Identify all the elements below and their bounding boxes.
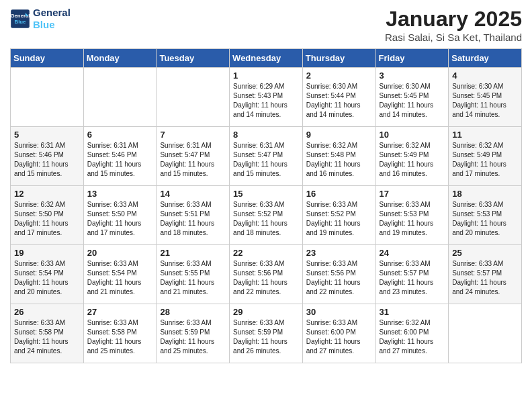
- day-number: 27: [87, 307, 153, 317]
- day-number: 25: [452, 248, 518, 258]
- day-info: Sunrise: 6:33 AM Sunset: 5:59 PM Dayligh…: [233, 318, 299, 356]
- calendar-cell: [11, 68, 84, 127]
- calendar-cell: 28Sunrise: 6:33 AM Sunset: 5:59 PM Dayli…: [157, 304, 230, 363]
- header: General Blue General Blue January 2025 R…: [10, 7, 522, 43]
- calendar-week-row: 12Sunrise: 6:32 AM Sunset: 5:50 PM Dayli…: [11, 186, 522, 245]
- calendar-cell: 4Sunrise: 6:30 AM Sunset: 5:45 PM Daylig…: [449, 68, 522, 127]
- day-info: Sunrise: 6:32 AM Sunset: 5:49 PM Dayligh…: [452, 141, 518, 179]
- svg-text:Blue: Blue: [15, 19, 27, 25]
- day-number: 10: [380, 130, 445, 140]
- calendar-cell: [157, 68, 230, 127]
- calendar-cell: 1Sunrise: 6:29 AM Sunset: 5:43 PM Daylig…: [230, 68, 303, 127]
- calendar-cell: 30Sunrise: 6:33 AM Sunset: 6:00 PM Dayli…: [302, 304, 375, 363]
- day-info: Sunrise: 6:33 AM Sunset: 5:57 PM Dayligh…: [380, 259, 445, 297]
- day-info: Sunrise: 6:32 AM Sunset: 5:49 PM Dayligh…: [380, 141, 445, 179]
- day-number: 14: [160, 189, 226, 199]
- calendar-cell: 7Sunrise: 6:31 AM Sunset: 5:47 PM Daylig…: [157, 127, 230, 186]
- day-info: Sunrise: 6:32 AM Sunset: 5:48 PM Dayligh…: [306, 141, 372, 179]
- calendar-week-row: 26Sunrise: 6:33 AM Sunset: 5:58 PM Dayli…: [11, 304, 522, 363]
- calendar-cell: 26Sunrise: 6:33 AM Sunset: 5:58 PM Dayli…: [11, 304, 84, 363]
- day-info: Sunrise: 6:33 AM Sunset: 5:58 PM Dayligh…: [14, 318, 80, 356]
- calendar-cell: 15Sunrise: 6:33 AM Sunset: 5:52 PM Dayli…: [230, 186, 303, 245]
- logo: General Blue General Blue: [10, 7, 71, 31]
- day-info: Sunrise: 6:33 AM Sunset: 6:00 PM Dayligh…: [306, 318, 372, 356]
- weekday-header: Monday: [83, 49, 157, 68]
- day-info: Sunrise: 6:31 AM Sunset: 5:47 PM Dayligh…: [160, 141, 226, 179]
- calendar-cell: 16Sunrise: 6:33 AM Sunset: 5:52 PM Dayli…: [302, 186, 375, 245]
- calendar-cell: 23Sunrise: 6:33 AM Sunset: 5:56 PM Dayli…: [302, 245, 375, 304]
- calendar-cell: 22Sunrise: 6:33 AM Sunset: 5:56 PM Dayli…: [230, 245, 303, 304]
- day-info: Sunrise: 6:33 AM Sunset: 5:59 PM Dayligh…: [160, 318, 226, 356]
- day-info: Sunrise: 6:33 AM Sunset: 5:54 PM Dayligh…: [87, 259, 153, 297]
- day-number: 2: [306, 71, 372, 81]
- day-number: 20: [87, 248, 153, 258]
- day-number: 5: [14, 130, 80, 140]
- day-info: Sunrise: 6:33 AM Sunset: 5:56 PM Dayligh…: [233, 259, 299, 297]
- day-info: Sunrise: 6:33 AM Sunset: 5:50 PM Dayligh…: [87, 200, 153, 238]
- weekday-header: Sunday: [11, 49, 84, 68]
- day-number: 30: [306, 307, 372, 317]
- calendar-cell: 14Sunrise: 6:33 AM Sunset: 5:51 PM Dayli…: [157, 186, 230, 245]
- day-number: 3: [380, 71, 445, 81]
- day-info: Sunrise: 6:33 AM Sunset: 5:51 PM Dayligh…: [160, 200, 226, 238]
- day-number: 17: [380, 189, 445, 199]
- day-info: Sunrise: 6:32 AM Sunset: 5:50 PM Dayligh…: [14, 200, 80, 238]
- weekday-header: Tuesday: [157, 49, 230, 68]
- day-number: 15: [233, 189, 299, 199]
- calendar-cell: 13Sunrise: 6:33 AM Sunset: 5:50 PM Dayli…: [83, 186, 157, 245]
- calendar-cell: 6Sunrise: 6:31 AM Sunset: 5:46 PM Daylig…: [83, 127, 157, 186]
- day-info: Sunrise: 6:33 AM Sunset: 5:53 PM Dayligh…: [452, 200, 518, 238]
- day-info: Sunrise: 6:31 AM Sunset: 5:47 PM Dayligh…: [233, 141, 299, 179]
- day-number: 13: [87, 189, 153, 199]
- day-info: Sunrise: 6:33 AM Sunset: 5:56 PM Dayligh…: [306, 259, 372, 297]
- weekday-header: Wednesday: [230, 49, 303, 68]
- calendar-cell: 29Sunrise: 6:33 AM Sunset: 5:59 PM Dayli…: [230, 304, 303, 363]
- calendar-cell: 12Sunrise: 6:32 AM Sunset: 5:50 PM Dayli…: [11, 186, 84, 245]
- logo-blue: Blue: [33, 19, 71, 31]
- month-title: January 2025: [385, 7, 522, 32]
- day-number: 7: [160, 130, 226, 140]
- weekday-header-row: SundayMondayTuesdayWednesdayThursdayFrid…: [11, 49, 522, 68]
- calendar-cell: 9Sunrise: 6:32 AM Sunset: 5:48 PM Daylig…: [302, 127, 375, 186]
- day-number: 23: [306, 248, 372, 258]
- weekday-header: Saturday: [449, 49, 522, 68]
- day-info: Sunrise: 6:33 AM Sunset: 5:54 PM Dayligh…: [14, 259, 80, 297]
- logo-general: General: [33, 7, 71, 19]
- day-number: 29: [233, 307, 299, 317]
- calendar-cell: 2Sunrise: 6:30 AM Sunset: 5:44 PM Daylig…: [302, 68, 375, 127]
- location-title: Rasi Salai, Si Sa Ket, Thailand: [385, 32, 522, 43]
- day-number: 9: [306, 130, 372, 140]
- calendar-cell: 27Sunrise: 6:33 AM Sunset: 5:58 PM Dayli…: [83, 304, 157, 363]
- logo-icon: General Blue: [10, 9, 30, 29]
- calendar-cell: 25Sunrise: 6:33 AM Sunset: 5:57 PM Dayli…: [449, 245, 522, 304]
- calendar-week-row: 19Sunrise: 6:33 AM Sunset: 5:54 PM Dayli…: [11, 245, 522, 304]
- day-number: 4: [452, 71, 518, 81]
- day-info: Sunrise: 6:29 AM Sunset: 5:43 PM Dayligh…: [233, 82, 299, 120]
- day-number: 18: [452, 189, 518, 199]
- day-number: 21: [160, 248, 226, 258]
- day-number: 19: [14, 248, 80, 258]
- day-info: Sunrise: 6:30 AM Sunset: 5:45 PM Dayligh…: [452, 82, 518, 120]
- day-info: Sunrise: 6:33 AM Sunset: 5:53 PM Dayligh…: [380, 200, 445, 238]
- weekday-header: Thursday: [302, 49, 375, 68]
- calendar-cell: 31Sunrise: 6:32 AM Sunset: 6:00 PM Dayli…: [375, 304, 449, 363]
- calendar-cell: 11Sunrise: 6:32 AM Sunset: 5:49 PM Dayli…: [449, 127, 522, 186]
- calendar-cell: 18Sunrise: 6:33 AM Sunset: 5:53 PM Dayli…: [449, 186, 522, 245]
- day-info: Sunrise: 6:31 AM Sunset: 5:46 PM Dayligh…: [87, 141, 153, 179]
- calendar-cell: [449, 304, 522, 363]
- calendar-week-row: 1Sunrise: 6:29 AM Sunset: 5:43 PM Daylig…: [11, 68, 522, 127]
- day-info: Sunrise: 6:30 AM Sunset: 5:44 PM Dayligh…: [306, 82, 372, 120]
- day-number: 28: [160, 307, 226, 317]
- calendar-cell: 5Sunrise: 6:31 AM Sunset: 5:46 PM Daylig…: [11, 127, 84, 186]
- calendar-cell: 8Sunrise: 6:31 AM Sunset: 5:47 PM Daylig…: [230, 127, 303, 186]
- calendar-cell: 21Sunrise: 6:33 AM Sunset: 5:55 PM Dayli…: [157, 245, 230, 304]
- day-number: 16: [306, 189, 372, 199]
- day-info: Sunrise: 6:33 AM Sunset: 5:58 PM Dayligh…: [87, 318, 153, 356]
- calendar-week-row: 5Sunrise: 6:31 AM Sunset: 5:46 PM Daylig…: [11, 127, 522, 186]
- day-number: 31: [380, 307, 445, 317]
- day-info: Sunrise: 6:31 AM Sunset: 5:46 PM Dayligh…: [14, 141, 80, 179]
- title-area: January 2025 Rasi Salai, Si Sa Ket, Thai…: [385, 7, 522, 43]
- day-info: Sunrise: 6:32 AM Sunset: 6:00 PM Dayligh…: [380, 318, 445, 356]
- day-info: Sunrise: 6:33 AM Sunset: 5:55 PM Dayligh…: [160, 259, 226, 297]
- day-number: 26: [14, 307, 80, 317]
